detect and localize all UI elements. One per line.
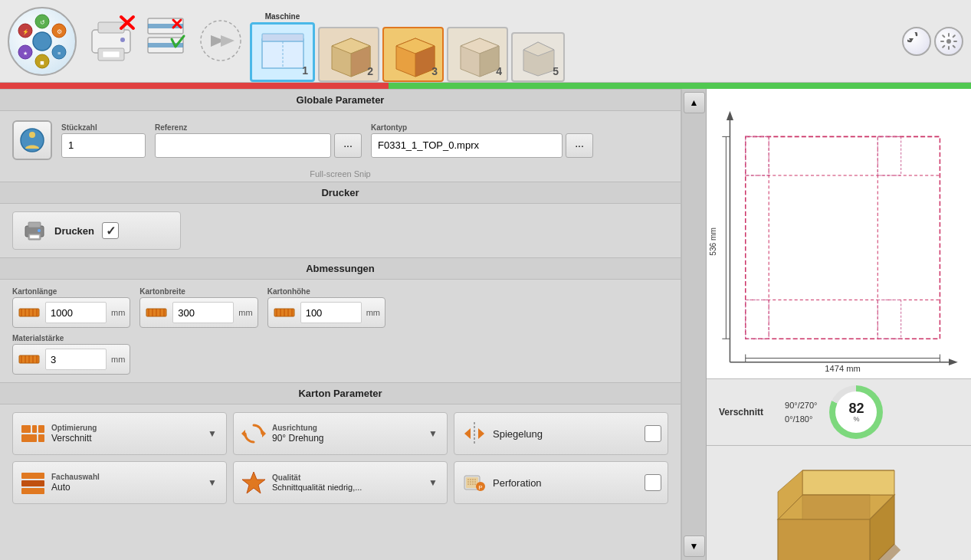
svg-rect-51: [30, 235, 39, 238]
optimierung-content: Optimierung Verschnitt: [51, 424, 200, 444]
kartontyp-input[interactable]: [371, 133, 563, 158]
svg-rect-87: [21, 473, 44, 479]
gauge-unit: %: [853, 415, 859, 423]
fachauswahl-label: Fachauswahl: [51, 473, 200, 481]
materialstaerke-input[interactable]: [45, 349, 107, 370]
scroll-down-button[interactable]: ▼: [684, 535, 705, 557]
scroll-nav: ▲ ▼: [682, 89, 707, 560]
machine-tab-4: 4: [447, 13, 508, 82]
app-logo[interactable]: ↺ ⚙ ≡ ◼ ★ ⚡: [8, 7, 77, 76]
optimierung-dropdown[interactable]: ▼: [205, 426, 220, 441]
tab-5-number: 5: [553, 65, 559, 77]
svg-rect-77: [21, 425, 31, 433]
ausrichtung-label: Ausrichtung: [272, 424, 421, 432]
perforation-card: P Perforation: [454, 461, 668, 504]
stueckzahl-label: Stückzahl: [61, 123, 146, 132]
progress-bar: [0, 83, 971, 89]
tab-2-number: 2: [367, 65, 373, 77]
tab-3-box[interactable]: 3: [382, 27, 444, 82]
tab-4-box[interactable]: 4: [447, 27, 508, 82]
optimierung-card: Optimierung Verschnitt ▼: [12, 412, 227, 455]
global-params-section: Stückzahl Referenz ··· Kartontyp ···: [0, 111, 681, 169]
global-params-header: Globale Parameter: [0, 89, 681, 111]
hoehe-unit: mm: [366, 308, 380, 317]
qualitaet-dropdown[interactable]: ▼: [425, 475, 441, 490]
materialstaerke-icon: [18, 348, 41, 371]
tab-3-number: 3: [431, 65, 438, 77]
ausrichtung-card: Ausrichtung 90° Drehung ▼: [233, 412, 448, 455]
scroll-up-button[interactable]: ▲: [684, 92, 705, 113]
kartontyp-dots-button[interactable]: ···: [566, 133, 593, 158]
settings-button[interactable]: [934, 27, 963, 56]
referenz-input[interactable]: [155, 133, 331, 158]
machine-tab-active: Maschine 1: [250, 12, 315, 82]
svg-rect-100: [746, 136, 940, 339]
spiegelung-checkbox[interactable]: [645, 425, 661, 442]
svg-marker-119: [778, 519, 870, 560]
tab-1-box[interactable]: 1: [250, 22, 315, 82]
gauge-circle: 82 %: [829, 385, 883, 439]
hoehe-field: Kartonhöhe mm: [267, 287, 385, 328]
svg-text:◼: ◼: [40, 60, 44, 65]
ausrichtung-dropdown[interactable]: ▼: [425, 426, 441, 441]
undo-button[interactable]: [902, 27, 931, 56]
svg-rect-80: [21, 434, 37, 442]
drucker-row: Drucken: [12, 211, 181, 250]
svg-marker-122: [802, 495, 870, 519]
diagram-svg: 1474 mm 536 mm: [707, 89, 971, 378]
svg-marker-85: [464, 428, 471, 439]
svg-marker-86: [478, 428, 484, 439]
box-3d-area: [707, 446, 971, 560]
drucken-checkbox[interactable]: [102, 222, 119, 239]
optimierung-value: Verschnitt: [51, 433, 200, 444]
kartontyp-group: Kartontyp ···: [371, 123, 593, 158]
laenge-field: Kartonlänge mm: [12, 287, 130, 328]
verschnitt-area: Verschnitt 90°/270° 0°/180° 82 %: [707, 379, 971, 446]
tab-1-number: 1: [302, 64, 308, 77]
svg-text:⚡: ⚡: [22, 28, 29, 35]
svg-marker-120: [802, 470, 894, 495]
perforation-checkbox[interactable]: [645, 474, 661, 491]
verschnitt-title: Verschnitt: [719, 407, 763, 418]
tab-5-box[interactable]: 5: [511, 32, 565, 82]
breite-input[interactable]: [172, 302, 234, 323]
stueckzahl-group: Stückzahl: [61, 123, 146, 158]
perforation-icon: P: [461, 469, 488, 496]
dim-row-1: Kartonlänge mm: [12, 287, 668, 328]
svg-rect-88: [21, 480, 44, 486]
svg-rect-79: [38, 425, 44, 433]
ausrichtung-icon: [240, 420, 267, 447]
laenge-icon: [18, 301, 41, 324]
global-params-icon[interactable]: [12, 120, 52, 160]
drucken-label: Drucken: [54, 225, 94, 237]
config-button[interactable]: [200, 15, 242, 68]
printer-button[interactable]: [84, 15, 138, 68]
hoehe-input[interactable]: [300, 302, 362, 323]
svg-text:⚙: ⚙: [57, 28, 62, 35]
paper-check-button[interactable]: [144, 15, 194, 68]
karton-params-header: Karton Parameter: [0, 382, 681, 404]
angle2-label: 0°/180°: [785, 414, 817, 424]
laenge-input[interactable]: [45, 302, 107, 323]
machine-tab-2: 2: [318, 13, 379, 82]
dim-row-2: Materialstärke mm: [12, 334, 668, 375]
breite-unit: mm: [238, 308, 252, 317]
stueckzahl-input[interactable]: [61, 133, 146, 158]
svg-text:★: ★: [23, 51, 28, 56]
abmessungen-section: Kartonlänge mm: [0, 280, 681, 382]
tab-2-box[interactable]: 2: [318, 27, 379, 82]
referenz-dots-button[interactable]: ···: [334, 133, 362, 158]
fachauswahl-card: Fachauswahl Auto ▼: [12, 461, 227, 504]
left-panel: Globale Parameter Stückzahl Referenz ···: [0, 89, 682, 560]
svg-rect-30: [262, 34, 303, 41]
spiegelung-icon: [461, 420, 488, 447]
spiegelung-card: Spiegelung: [454, 412, 668, 455]
svg-marker-82: [262, 430, 266, 437]
toolbar: ↺ ⚙ ≡ ◼ ★ ⚡: [0, 0, 971, 83]
svg-point-17: [120, 38, 125, 42]
fachauswahl-dropdown[interactable]: ▼: [205, 475, 220, 490]
materialstaerke-field: Materialstärke mm: [12, 334, 130, 375]
svg-rect-89: [21, 488, 44, 494]
progress-green: [389, 83, 971, 89]
qualitaet-card: Qualität Schnittqualität niedrig,... ▼: [233, 461, 448, 504]
